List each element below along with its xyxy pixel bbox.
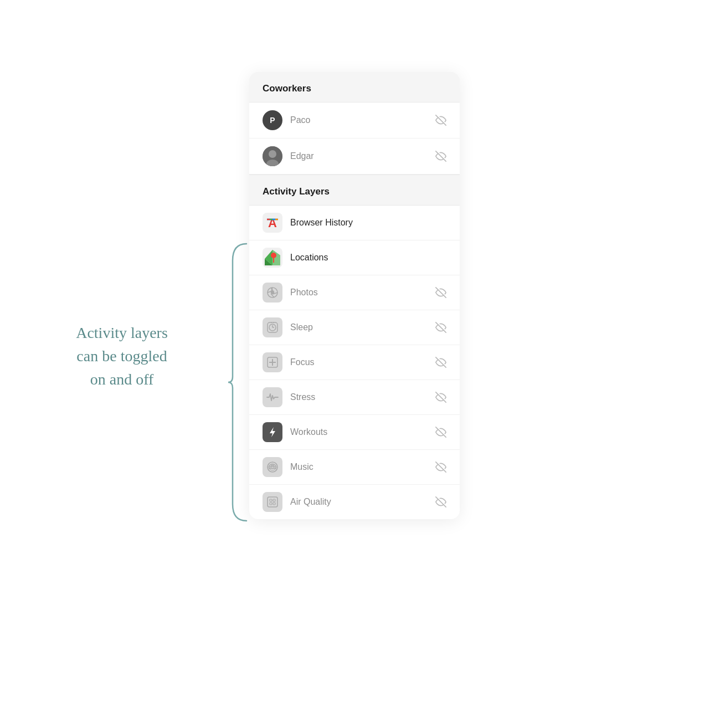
- activity-layers-title: Activity Layers: [263, 186, 330, 197]
- layer-workouts[interactable]: Workouts: [249, 415, 460, 450]
- eye-off-icon-sleep[interactable]: [435, 322, 446, 333]
- layer-photos-name: Photos: [290, 288, 428, 298]
- coworkers-title: Coworkers: [263, 83, 311, 94]
- svg-text:A: A: [268, 216, 277, 230]
- workouts-icon: [263, 422, 282, 442]
- sleep-icon: [263, 317, 282, 337]
- photos-icon: [263, 283, 282, 303]
- svg-marker-37: [270, 427, 275, 437]
- layer-air-quality-name: Air Quality: [290, 497, 428, 507]
- coworker-edgar-name: Edgar: [290, 151, 428, 161]
- coworkers-section-header: Coworkers: [249, 72, 460, 102]
- avatar-edgar: [263, 146, 282, 166]
- svg-rect-44: [270, 499, 272, 501]
- eye-off-icon-paco[interactable]: [435, 115, 446, 126]
- svg-rect-43: [268, 497, 277, 507]
- layer-sleep-name: Sleep: [290, 322, 428, 332]
- air-quality-icon: [263, 492, 282, 512]
- svg-point-23: [271, 291, 274, 294]
- layer-focus-name: Focus: [290, 357, 428, 367]
- svg-rect-47: [273, 503, 275, 505]
- layer-browser-history[interactable]: A Browser History: [249, 206, 460, 240]
- layer-locations-name: Locations: [290, 253, 446, 263]
- browser-history-icon: A: [263, 213, 282, 233]
- music-icon: [263, 457, 282, 477]
- eye-off-icon-edgar[interactable]: [435, 151, 446, 162]
- eye-off-icon-stress[interactable]: [435, 392, 446, 403]
- avatar-paco: P: [263, 110, 282, 130]
- layer-workouts-name: Workouts: [290, 427, 428, 437]
- coworker-edgar[interactable]: Edgar: [249, 139, 460, 175]
- layer-browser-history-name: Browser History: [290, 218, 446, 228]
- layer-sleep[interactable]: Sleep: [249, 310, 460, 345]
- bracket-decoration: [227, 238, 249, 526]
- layer-stress-name: Stress: [290, 392, 428, 402]
- layer-photos[interactable]: Photos: [249, 275, 460, 310]
- activity-layers-section-header: Activity Layers: [249, 175, 460, 206]
- focus-icon: [263, 352, 282, 372]
- eye-off-icon-air-quality[interactable]: [435, 496, 446, 507]
- svg-rect-45: [273, 499, 275, 501]
- main-panel: Coworkers P Paco Edgar Activity Layers: [249, 72, 460, 519]
- layer-air-quality[interactable]: Air Quality: [249, 485, 460, 519]
- stress-icon: [263, 387, 282, 407]
- layer-focus[interactable]: Focus: [249, 345, 460, 380]
- annotation-label: Activity layers can be toggled on and of…: [44, 321, 199, 391]
- eye-off-icon-music[interactable]: [435, 462, 446, 473]
- locations-icon: [263, 248, 282, 268]
- coworker-paco-name: Paco: [290, 115, 428, 125]
- layer-locations[interactable]: Locations: [249, 240, 460, 275]
- layer-music-name: Music: [290, 462, 428, 472]
- coworker-paco[interactable]: P Paco: [249, 102, 460, 139]
- eye-off-icon-focus[interactable]: [435, 357, 446, 368]
- layer-stress[interactable]: Stress: [249, 380, 460, 415]
- layer-music[interactable]: Music: [249, 450, 460, 485]
- eye-off-icon-photos[interactable]: [435, 287, 446, 298]
- eye-off-icon-workouts[interactable]: [435, 427, 446, 438]
- svg-point-2: [269, 150, 276, 158]
- svg-rect-46: [270, 503, 272, 505]
- svg-point-16: [271, 253, 276, 258]
